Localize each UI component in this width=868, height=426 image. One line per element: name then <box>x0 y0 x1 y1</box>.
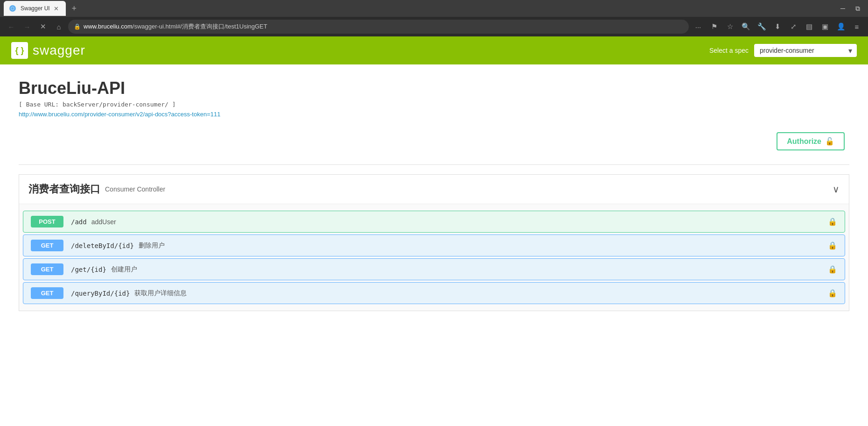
api-group-title: 消费者查询接口 <box>28 182 100 196</box>
swagger-logo: { } swagger <box>11 42 85 59</box>
reload-button[interactable]: ✕ <box>36 20 49 33</box>
pocket-icon[interactable]: ⚑ <box>707 20 721 33</box>
endpoint-path-querybyid: /queryById/{id} <box>71 290 130 297</box>
endpoint-get-querybyid[interactable]: GET /queryById/{id} 获取用户详细信息 🔒 <box>23 282 845 304</box>
method-badge-post: POST <box>31 216 63 227</box>
lock-icon-getbyid: 🔒 <box>828 265 837 274</box>
bookmark-icon[interactable]: ☆ <box>723 20 736 33</box>
extensions-menu[interactable]: ≡ <box>850 20 863 33</box>
back-button[interactable]: ← <box>5 20 18 33</box>
tab-bar: ⬡ Swagger UI ✕ + ─ ⧉ <box>0 0 868 17</box>
endpoint-desc-deletebyid: 删除用户 <box>139 241 165 250</box>
restore-button[interactable]: ⧉ <box>851 2 864 15</box>
swagger-header: { } swagger Select a spec provider-consu… <box>0 36 868 64</box>
home-button[interactable]: ⌂ <box>52 20 65 33</box>
swagger-logo-icon: { } <box>11 42 28 59</box>
forward-button[interactable]: → <box>21 20 34 33</box>
endpoint-desc-add: addUser <box>91 218 116 226</box>
api-group-subtitle: Consumer Controller <box>105 185 165 193</box>
url-bar[interactable]: 🔒 www.bruceliu.com/swagger-ui.html#/消费者查… <box>68 20 689 34</box>
url-display: www.bruceliu.com/swagger-ui.html#/消费者查询接… <box>84 22 683 31</box>
swagger-logo-text: swagger <box>33 43 85 58</box>
profile-icon[interactable]: 👤 <box>834 20 847 33</box>
api-docs-link[interactable]: http://www.bruceliu.com/provider-consume… <box>19 111 220 118</box>
url-domain: www.bruceliu.com <box>84 23 133 30</box>
minimize-button[interactable]: ─ <box>836 2 849 15</box>
api-group: 消费者查询接口 Consumer Controller ∨ POST /add … <box>19 174 849 311</box>
authorize-section: Authorize 🔓 <box>19 132 849 150</box>
unlock-icon: 🔓 <box>825 137 834 146</box>
search-icon[interactable]: 🔍 <box>739 20 752 33</box>
authorize-label: Authorize <box>787 137 821 146</box>
toolbar-icons: ··· ⚑ ☆ 🔍 🔧 ⬇ ⤢ ▤ ▣ 👤 ≡ <box>692 20 863 33</box>
spec-select-wrapper[interactable]: provider-consumer ▾ <box>754 44 857 57</box>
spec-dropdown[interactable]: provider-consumer <box>754 44 857 57</box>
spec-selector: Select a spec provider-consumer ▾ <box>709 44 857 57</box>
api-info: BruceLiu-API [ Base URL: backServer/prov… <box>19 78 849 118</box>
window-controls: ─ ⧉ <box>836 2 864 15</box>
endpoint-path-deletebyid: /deleteById/{id} <box>71 242 134 249</box>
endpoint-path-getbyid: /get/{id} <box>71 266 106 273</box>
url-path: /swagger-ui.html#/消费者查询接口/test1UsingGET <box>133 23 267 30</box>
method-badge-get-2: GET <box>31 263 63 275</box>
method-badge-get-1: GET <box>31 240 63 251</box>
tools-icon[interactable]: 🔧 <box>755 20 768 33</box>
url-lock-icon: 🔒 <box>74 23 81 30</box>
new-tab-button[interactable]: + <box>68 2 81 15</box>
endpoint-path-add: /add <box>71 218 87 226</box>
authorize-button[interactable]: Authorize 🔓 <box>777 132 845 150</box>
section-divider <box>19 164 849 165</box>
api-group-header[interactable]: 消费者查询接口 Consumer Controller ∨ <box>19 175 849 204</box>
lock-icon-add: 🔒 <box>828 217 837 226</box>
api-title: BruceLiu-API <box>19 78 849 98</box>
browser-chrome: ⬡ Swagger UI ✕ + ─ ⧉ ← → ✕ ⌂ 🔒 www.bruce… <box>0 0 868 36</box>
endpoint-desc-getbyid: 创建用户 <box>111 265 137 274</box>
endpoint-get-deletebyid[interactable]: GET /deleteById/{id} 删除用户 🔒 <box>23 234 845 256</box>
api-group-chevron-icon: ∨ <box>833 184 840 195</box>
library-icon[interactable]: ▤ <box>803 20 816 33</box>
tab-favicon: ⬡ <box>9 5 16 12</box>
tab-close-button[interactable]: ✕ <box>53 5 60 12</box>
more-menu-button[interactable]: ··· <box>692 20 705 33</box>
active-tab[interactable]: ⬡ Swagger UI ✕ <box>4 1 66 16</box>
address-bar: ← → ✕ ⌂ 🔒 www.bruceliu.com/swagger-ui.ht… <box>0 17 868 36</box>
lock-icon-deletebyid: 🔒 <box>828 241 837 250</box>
main-content: BruceLiu-API [ Base URL: backServer/prov… <box>0 64 868 426</box>
download-icon[interactable]: ⬇ <box>771 20 784 33</box>
sidebar-icon[interactable]: ▣ <box>819 20 832 33</box>
endpoints-list: POST /add addUser 🔒 GET /deleteById/{id}… <box>19 204 849 311</box>
endpoint-get-getbyid[interactable]: GET /get/{id} 创建用户 🔒 <box>23 258 845 280</box>
lock-icon-querybyid: 🔒 <box>828 289 837 298</box>
fullscreen-icon[interactable]: ⤢ <box>787 20 800 33</box>
endpoint-desc-querybyid: 获取用户详细信息 <box>134 289 187 298</box>
api-base-url: [ Base URL: backServer/provider-consumer… <box>19 101 849 108</box>
method-badge-get-3: GET <box>31 287 63 299</box>
select-spec-label: Select a spec <box>709 47 749 54</box>
tab-title: Swagger UI <box>21 5 50 12</box>
endpoint-post-add[interactable]: POST /add addUser 🔒 <box>23 211 845 233</box>
